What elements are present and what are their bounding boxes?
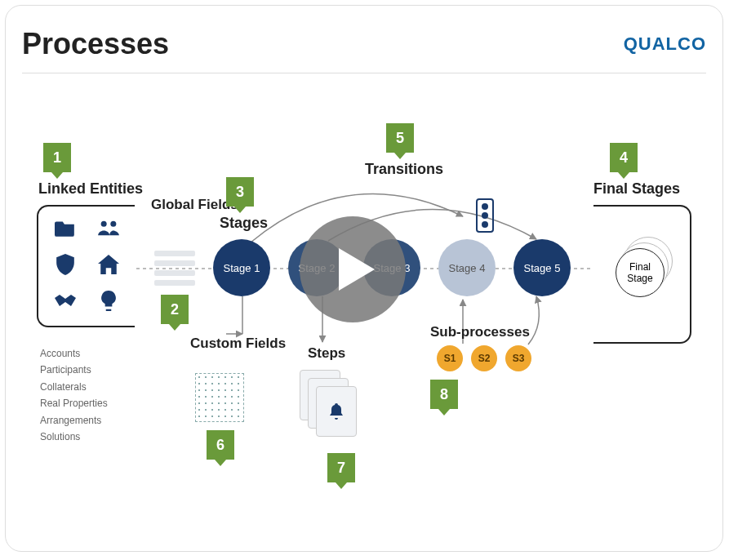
subprocess-s3: S3 bbox=[505, 345, 531, 371]
badge-sub: 8 bbox=[430, 380, 458, 409]
bulb-icon bbox=[100, 291, 117, 315]
page-title: Processes bbox=[22, 27, 169, 61]
badge-transitions: 5 bbox=[386, 123, 414, 153]
stage-node-5: Stage 5 bbox=[513, 239, 571, 296]
svg-point-4 bbox=[100, 221, 106, 227]
steps-block bbox=[300, 370, 357, 443]
shield-icon bbox=[56, 254, 75, 278]
traffic-light-icon bbox=[476, 198, 494, 233]
brand-logo: QUALCO bbox=[624, 33, 706, 55]
label-global: Global Fields bbox=[151, 197, 238, 213]
final-stages-box: Final Stage bbox=[593, 205, 691, 344]
bell-icon bbox=[316, 386, 357, 437]
list-item: Participants bbox=[40, 362, 108, 378]
people-icon bbox=[97, 219, 120, 240]
label-final: Final Stages bbox=[593, 180, 680, 198]
list-item: Real Properties bbox=[40, 395, 108, 411]
svg-point-5 bbox=[110, 221, 116, 227]
badge-steps: 7 bbox=[327, 453, 355, 482]
header: Processes QUALCO bbox=[22, 27, 706, 73]
final-stage-circle: Final Stage bbox=[616, 248, 665, 297]
badge-stages: 3 bbox=[226, 177, 254, 207]
play-icon bbox=[339, 248, 375, 291]
list-item: Solutions bbox=[40, 429, 108, 445]
folder-icon bbox=[55, 219, 76, 240]
subprocess-s1: S1 bbox=[437, 345, 463, 371]
badge-linked: 1 bbox=[43, 143, 71, 172]
list-item: Accounts bbox=[40, 345, 108, 362]
label-steps: Steps bbox=[308, 345, 345, 362]
stage-node-1: Stage 1 bbox=[213, 239, 270, 296]
slide: Processes QUALCO 1 Linked Entities Ac bbox=[5, 5, 723, 552]
label-transitions: Transitions bbox=[365, 161, 443, 178]
label-stages: Stages bbox=[220, 215, 268, 232]
linked-entities-list: Accounts Participants Collaterals Real P… bbox=[40, 345, 108, 445]
list-item: Arrangements bbox=[40, 412, 108, 429]
badge-custom: 6 bbox=[207, 430, 234, 460]
custom-fields-block bbox=[195, 373, 244, 422]
final-stage-stack: Final Stage bbox=[616, 248, 668, 300]
badge-final: 4 bbox=[610, 143, 638, 172]
subprocess-s2: S2 bbox=[471, 345, 497, 371]
label-linked: Linked Entities bbox=[38, 180, 143, 198]
play-button[interactable] bbox=[300, 216, 406, 322]
home-icon bbox=[98, 255, 119, 278]
linked-entities-box bbox=[37, 205, 135, 327]
handshake-icon bbox=[53, 293, 78, 313]
label-sub: Sub-processes bbox=[430, 324, 530, 340]
label-custom: Custom Fields bbox=[190, 336, 286, 352]
stage-node-4: Stage 4 bbox=[438, 239, 496, 296]
list-item: Collaterals bbox=[40, 379, 108, 395]
global-fields-block bbox=[154, 251, 195, 290]
badge-global: 2 bbox=[161, 295, 189, 324]
